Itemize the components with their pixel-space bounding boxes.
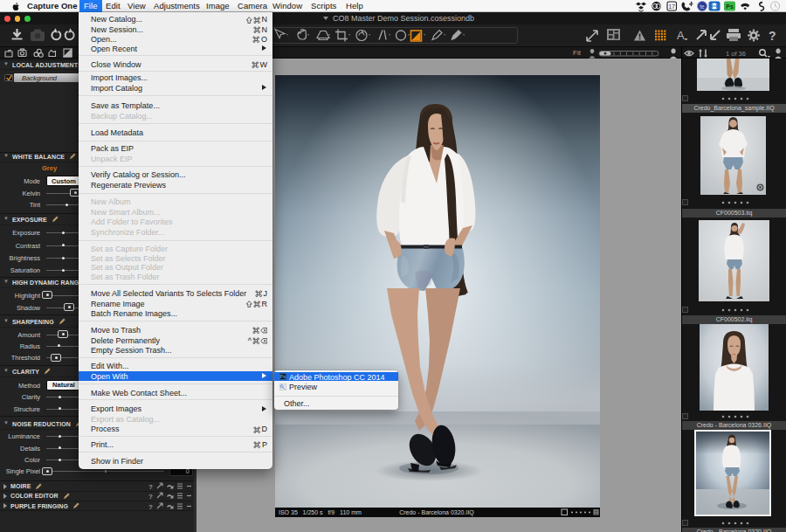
svg-text:?: ? [148,502,153,510]
svg-text:17: 17 [669,3,676,10]
svg-text:Ps: Ps [726,3,734,10]
svg-text:?: ? [148,483,153,491]
svg-text:?: ? [769,29,776,43]
svg-text:te: te [700,3,705,10]
svg-text:A: A [677,29,685,42]
svg-text:?: ? [148,493,153,501]
svg-text:1 of 36: 1 of 36 [726,50,746,58]
